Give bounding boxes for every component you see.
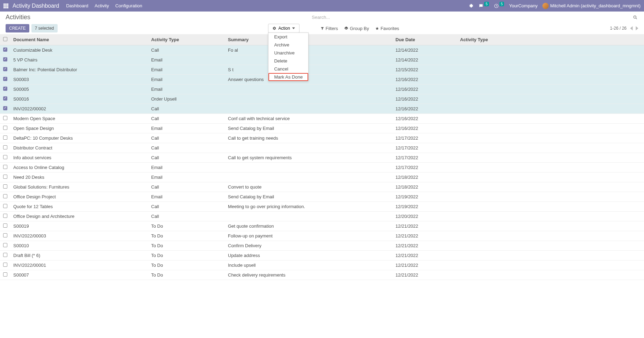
search-input[interactable]: Search... — [309, 15, 633, 20]
row-checkbox[interactable] — [3, 263, 7, 267]
table-row[interactable]: S00010To DoConfirm Delivery12/21/2022 — [0, 241, 644, 251]
row-checkbox[interactable] — [3, 214, 7, 218]
row-checkbox[interactable] — [3, 233, 7, 237]
row-checkbox[interactable] — [3, 96, 7, 101]
row-checkbox[interactable] — [3, 106, 7, 110]
action-menu-item[interactable]: Mark As Done — [268, 73, 308, 81]
row-checkbox[interactable] — [3, 116, 7, 120]
row-checkbox[interactable] — [3, 67, 7, 71]
menu-configuration[interactable]: Configuration — [115, 3, 142, 8]
table-row[interactable]: INV/2022/00002Call12/16/2022 — [0, 104, 644, 114]
table-row[interactable]: S00019To DoGet quote confirmation12/21/2… — [0, 221, 644, 231]
table-row[interactable]: S00003EmailAnswer questions12/16/2022 — [0, 75, 644, 84]
table-row[interactable]: Modern Open SpaceCallConf call with tech… — [0, 114, 644, 124]
action-menu-item[interactable]: Cancel — [268, 65, 308, 73]
row-checkbox[interactable] — [3, 47, 7, 52]
filters-button[interactable]: Filters — [320, 26, 338, 31]
row-checkbox[interactable] — [3, 253, 7, 257]
table-row[interactable]: Customizable DeskCallFo al12/14/2022 — [0, 45, 644, 55]
action-menu-item[interactable]: Delete — [268, 57, 308, 65]
col-summary[interactable]: Summary — [225, 34, 393, 45]
pager-text[interactable]: 1-26 / 26 — [610, 26, 627, 31]
company-switcher[interactable]: YourCompany — [509, 3, 538, 8]
row-checkbox[interactable] — [3, 194, 7, 198]
row-checkbox[interactable] — [3, 272, 7, 277]
action-menu-item[interactable]: Export — [268, 33, 308, 41]
user-menu[interactable]: Mitchell Admin (activity_dashboard_mngmn… — [542, 3, 641, 9]
cell-activity-type: Call — [148, 143, 225, 153]
table-row[interactable]: Draft Bill (* 6)To DoUpdate address12/21… — [0, 251, 644, 260]
menu-dashboard[interactable]: Dashboard — [66, 3, 88, 8]
table-row[interactable]: Quote for 12 TablesCallMeeting to go ove… — [0, 202, 644, 212]
cell-activity-type: Call — [148, 202, 225, 212]
table-row[interactable]: Open Space DesignEmailSend Catalog by Em… — [0, 124, 644, 133]
cell-due-date: 12/17/2022 — [393, 153, 457, 163]
table-row[interactable]: Office Design and ArchitectureCall12/20/… — [0, 212, 644, 221]
row-checkbox[interactable] — [3, 77, 7, 81]
cell-summary: Get quote confirmation — [225, 221, 393, 231]
pager-prev[interactable] — [630, 26, 633, 30]
cell-document-name: Office Design and Architecture — [10, 212, 148, 221]
chevron-left-icon — [630, 26, 633, 30]
favorites-button[interactable]: Favorites — [375, 26, 399, 31]
app-title[interactable]: Activity Dashboard — [13, 3, 59, 9]
cell-summary: Call to get training needs — [225, 133, 393, 143]
selected-count[interactable]: 7 selected — [31, 24, 58, 32]
cell-summary — [225, 84, 393, 94]
table-row[interactable]: 5 VP ChairsEmail12/14/2022 — [0, 55, 644, 65]
table-row[interactable]: Balmer Inc: Potential DistributorEmailS … — [0, 65, 644, 75]
cell-document-name: INV/2022/00002 — [10, 104, 148, 114]
row-checkbox[interactable] — [3, 155, 7, 159]
table-row[interactable]: S00005Email12/16/2022 — [0, 84, 644, 94]
row-checkbox[interactable] — [3, 223, 7, 228]
search-icon[interactable] — [633, 15, 638, 20]
cell-summary: S t — [225, 65, 393, 75]
col-document-name[interactable]: Document Name — [10, 34, 148, 45]
apps-icon[interactable] — [3, 3, 8, 8]
bug-icon[interactable] — [469, 3, 474, 8]
row-checkbox[interactable] — [3, 243, 7, 247]
table-row[interactable]: S00016Order Upsell12/16/2022 — [0, 94, 644, 104]
table-row[interactable]: S00007To DoCheck delivery requirements12… — [0, 270, 644, 280]
col-activity-type-2[interactable]: Activity Type — [457, 34, 644, 45]
table-row[interactable]: Distributor ContractCall12/17/2022 — [0, 143, 644, 153]
row-checkbox[interactable] — [3, 165, 7, 169]
table-row[interactable]: INV/2022/00003To DoFollow-up on payment1… — [0, 231, 644, 241]
cell-document-name: Draft Bill (* 6) — [10, 251, 148, 260]
row-checkbox[interactable] — [3, 145, 7, 149]
table-row[interactable]: DeltaPC: 10 Computer DesksCallCall to ge… — [0, 133, 644, 143]
row-checkbox[interactable] — [3, 175, 7, 179]
row-checkbox[interactable] — [3, 184, 7, 189]
table-row[interactable]: Office Design ProjectEmailSend Catalog b… — [0, 192, 644, 202]
row-checkbox[interactable] — [3, 126, 7, 130]
col-activity-type[interactable]: Activity Type — [148, 34, 225, 45]
menu-activity[interactable]: Activity — [95, 3, 109, 8]
table-row[interactable]: Need 20 DesksEmail12/18/2022 — [0, 172, 644, 182]
action-menu-item[interactable]: Unarchive — [268, 49, 308, 57]
cell-activity-type: Email — [148, 172, 225, 182]
select-all-checkbox[interactable] — [0, 34, 10, 45]
pager-next[interactable] — [636, 26, 638, 30]
action-button[interactable]: Action — [268, 24, 299, 33]
table-row[interactable]: Global Solutions: FurnituresCallConvert … — [0, 182, 644, 192]
cell-due-date: 12/18/2022 — [393, 172, 457, 182]
row-checkbox[interactable] — [3, 57, 7, 61]
chat-icon[interactable]: 5 — [479, 3, 489, 8]
cell-activity-type-2 — [457, 65, 644, 75]
action-menu-item[interactable]: Archive — [268, 41, 308, 49]
cell-summary — [225, 55, 393, 65]
table-row[interactable]: INV/2022/00001To DoInclude upsell12/21/2… — [0, 260, 644, 270]
cell-document-name: S00016 — [10, 94, 148, 104]
col-due-date[interactable]: Due Date — [393, 34, 457, 45]
row-checkbox[interactable] — [3, 87, 7, 91]
row-checkbox[interactable] — [3, 135, 7, 140]
groupby-button[interactable]: Group By — [344, 26, 369, 31]
filter-icon — [320, 27, 324, 30]
create-button[interactable]: CREATE — [6, 24, 29, 32]
row-checkbox[interactable] — [3, 204, 7, 208]
table-row[interactable]: Access to Online CatalogEmail12/17/2022 — [0, 163, 644, 172]
cell-activity-type-2 — [457, 84, 644, 94]
cell-activity-type-2 — [457, 212, 644, 221]
clock-icon[interactable]: 5 — [494, 3, 504, 8]
table-row[interactable]: Info about servicesCallCall to get syste… — [0, 153, 644, 163]
